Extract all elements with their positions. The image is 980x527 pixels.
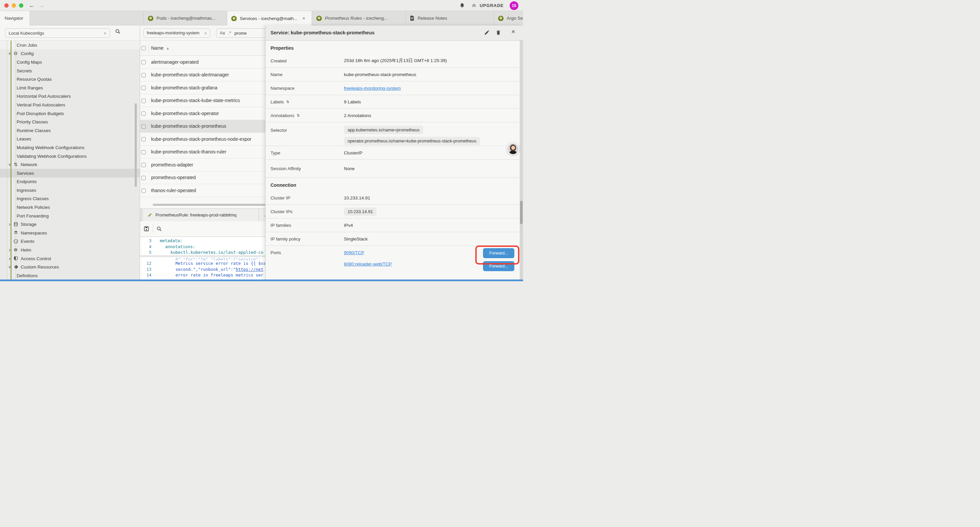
traffic-light-minimize-icon[interactable]: [12, 3, 16, 8]
row-checkbox[interactable]: [142, 150, 146, 154]
sidebar-group-custom-resources[interactable]: ∨Custom Resources: [0, 263, 140, 271]
namespace-selector-value: freeleaps-monitoring-system: [147, 31, 199, 35]
close-panel-icon[interactable]: ×: [511, 28, 515, 35]
details-scrollbar-thumb[interactable]: [520, 201, 523, 224]
upgrade-button[interactable]: UPGRADE: [471, 3, 504, 8]
sidebar-item-mutating-webhook-configurations[interactable]: Mutating Webhook Configurations: [0, 143, 140, 152]
sidebar-item-events[interactable]: Events: [0, 237, 140, 246]
save-icon[interactable]: [143, 226, 150, 232]
selector-badge: app.kubernetes.io/name=prometheus: [344, 126, 423, 134]
sidebar-item-config-maps[interactable]: Config Maps: [0, 58, 140, 66]
kubeconfig-selector-value: Local Kubeconfigs: [9, 31, 44, 36]
sidebar-item-validating-webhook-configurations[interactable]: Validating Webhook Configurations: [0, 152, 140, 161]
traffic-light-zoom-icon[interactable]: [19, 3, 23, 8]
properties-section-title: Properties: [266, 41, 523, 54]
upgrade-label: UPGRADE: [480, 3, 504, 8]
row-checkbox[interactable]: [142, 60, 146, 64]
sidebar-item-leases[interactable]: Leases: [0, 135, 140, 143]
sidebar-item-services[interactable]: Services: [0, 169, 140, 177]
row-checkbox[interactable]: [142, 86, 146, 90]
details-title: Service: kube-prometheus-stack-prometheu…: [270, 30, 375, 35]
user-avatar[interactable]: [507, 142, 519, 155]
edit-pencil-icon[interactable]: [484, 30, 490, 36]
sidebar-item-resource-quotas[interactable]: Resource Quotas: [0, 75, 140, 83]
sidebar-group-helm[interactable]: ›☸Helm: [0, 245, 140, 254]
service-details-panel: Service: kube-prometheus-stack-prometheu…: [265, 25, 523, 281]
sidebar-item-priority-classes[interactable]: Priority Classes: [0, 118, 140, 126]
sidebar-group-storage[interactable]: ›Storage: [0, 220, 140, 228]
double-chevron-up-icon: [471, 3, 477, 8]
row-checkbox[interactable]: [142, 99, 146, 103]
port-link-9090[interactable]: 9090/TCP: [344, 250, 391, 255]
search-icon[interactable]: [115, 29, 121, 34]
regex-icon[interactable]: .*: [228, 31, 231, 35]
forward-arrow-icon[interactable]: →: [38, 2, 45, 10]
match-case-icon[interactable]: Aa: [220, 31, 225, 35]
namespace-selector[interactable]: freeleaps-monitoring-system ∨: [143, 29, 210, 38]
port-link-8080[interactable]: 8080:reloader-web/TCP: [344, 261, 391, 266]
sidebar-item-vertical-pod-autoscalers[interactable]: Vertical Pod Autoscalers: [0, 100, 140, 109]
sidebar-item-namespaces[interactable]: Namespaces: [0, 228, 140, 237]
row-checkbox[interactable]: [142, 188, 146, 193]
sidebar-item-pod-disruption-budgets[interactable]: Pod Disruption Budgets: [0, 109, 140, 118]
traffic-light-close-icon[interactable]: [4, 3, 9, 8]
forward-port-button[interactable]: Forward...: [483, 261, 514, 271]
name-column-header[interactable]: Name ∧: [151, 45, 169, 51]
property-row-created: Created 253d 16h 6m ago (2025年1月13日 GMT+…: [266, 54, 523, 68]
kubernetes-icon: ☸: [498, 16, 504, 21]
sidebar-scrollbar[interactable]: [135, 103, 137, 187]
editor-tab-prometheusrule[interactable]: PrometheusRule: freeleaps-prod-rabbitmq: [143, 209, 259, 221]
details-scrollbar-track[interactable]: [520, 41, 523, 281]
forward-port-button[interactable]: Forward...: [483, 248, 514, 258]
expand-collapse-icon[interactable]: ⇅: [296, 113, 299, 118]
sidebar-item-ingresses[interactable]: Ingresses: [0, 186, 140, 194]
window-titlebar: ← → UPGRADE 15: [0, 0, 523, 11]
back-arrow-icon[interactable]: ←: [29, 2, 35, 10]
sidebar-item-port-forwarding[interactable]: Port Forwarding: [0, 212, 140, 220]
sidebar-item-cron-jobs[interactable]: Cron Jobs: [0, 41, 140, 49]
row-checkbox[interactable]: [142, 137, 146, 142]
sidebar-item-endpoints[interactable]: Endpoints: [0, 177, 140, 186]
notification-count-badge[interactable]: 15: [510, 2, 519, 10]
expand-collapse-icon[interactable]: ⇅: [286, 100, 289, 104]
sidebar-item-definitions[interactable]: Definitions: [0, 271, 140, 280]
kubeconfig-selector[interactable]: Local Kubeconfigs ∨: [5, 29, 110, 38]
row-checkbox[interactable]: [142, 163, 146, 167]
sidebar-item-runtime-classes[interactable]: Runtime Classes: [0, 126, 140, 135]
sidebar-item-limit-ranges[interactable]: Limit Ranges: [0, 83, 140, 92]
sidebar-item-horizontal-pod-autoscalers[interactable]: Horizontal Pod Autoscalers: [0, 92, 140, 101]
close-tab-icon[interactable]: ×: [302, 16, 305, 21]
property-row-type: Type ClusterIP: [266, 146, 523, 160]
row-checkbox[interactable]: [142, 73, 146, 77]
bell-icon[interactable]: [459, 3, 465, 8]
tab-services[interactable]: ☸ Services - icecheng@math... ×: [227, 11, 312, 25]
tab-prometheus-rules[interactable]: ☸ Prometheus Rules - icecheng...: [312, 11, 405, 25]
row-checkbox[interactable]: [142, 124, 146, 129]
selector-badge: operator.prometheus.io/name=kube-prometh…: [344, 137, 480, 145]
cluster-ip-badge: 10.233.14.91: [344, 207, 377, 216]
sidebar-item-network-policies[interactable]: Network Policies: [0, 203, 140, 212]
tab-argo[interactable]: ☸ Argo Se: [494, 11, 523, 25]
tab-release-notes[interactable]: Release Notes: [405, 11, 493, 25]
sidebar-group-network[interactable]: ∨⇅Network: [0, 160, 140, 169]
namespace-link[interactable]: freeleaps-monitoring-system: [344, 86, 401, 91]
row-checkbox[interactable]: [142, 176, 146, 180]
sidebar-item-secrets[interactable]: Secrets: [0, 66, 140, 75]
property-row-namespace: Namespace freeleaps-monitoring-system: [266, 81, 523, 95]
bottom-accent-bar: [0, 280, 523, 281]
indent-guide: [7, 41, 7, 281]
runbook-url-link[interactable]: https://net: [236, 267, 264, 272]
editor-search-icon[interactable]: [156, 226, 162, 232]
trash-icon[interactable]: [495, 30, 501, 36]
connection-row-ports: Ports 9090/TCP 8080:reloader-web/TCP For…: [266, 246, 523, 266]
sidebar-item-ingress-classes[interactable]: Ingress Classes: [0, 194, 140, 203]
resource-tree: Cron Jobs ∨⚙Config Config Maps Secrets R…: [0, 41, 140, 280]
connection-row-ip-families: IP families IPv4: [266, 218, 523, 232]
sidebar-group-config[interactable]: ∨⚙Config: [0, 49, 140, 58]
property-row-selector: Selector app.kubernetes.io/name=promethe…: [266, 123, 523, 146]
row-checkbox[interactable]: [142, 111, 146, 116]
tab-navigator[interactable]: Navigator: [0, 11, 29, 25]
tab-pods[interactable]: ☸ Pods - icecheng@mathmas...: [143, 11, 226, 25]
sidebar-group-access-control[interactable]: ›Access Control: [0, 254, 140, 263]
select-all-checkbox[interactable]: [142, 46, 146, 50]
